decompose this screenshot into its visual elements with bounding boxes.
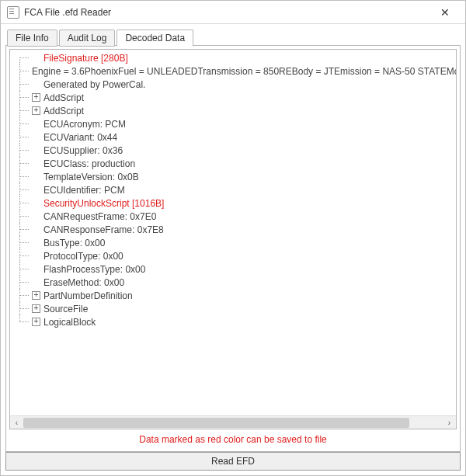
tree-node-label: EraseMethod: 0x00 <box>43 277 124 288</box>
tree-lines <box>15 130 32 144</box>
tree-node[interactable]: FlashProcessType: 0x00 <box>10 262 456 276</box>
tree-node[interactable]: ECUVariant: 0x44 <box>10 130 456 144</box>
tree-lines <box>15 144 32 157</box>
expand-icon[interactable] <box>32 318 40 326</box>
expand-icon[interactable] <box>32 291 40 300</box>
tree-node[interactable]: Engine = 3.6PhoenixFuel = UNLEADEDTransm… <box>10 64 456 78</box>
scroll-left-icon[interactable]: ‹ <box>10 416 23 429</box>
tree-lines <box>15 117 32 130</box>
tree-node-label: FlashProcessType: 0x00 <box>43 264 145 275</box>
horizontal-scrollbar[interactable]: ‹ › <box>10 415 456 429</box>
client-area: File Info Audit Log Decoded Data FileSig… <box>1 24 465 475</box>
tree-node[interactable]: TemplateVersion: 0x0B <box>10 170 456 183</box>
tree-node-label: LogicalBlock <box>43 317 96 328</box>
main-window: FCA File .efd Reader ✕ File Info Audit L… <box>0 0 466 476</box>
tabstrip: File Info Audit Log Decoded Data <box>5 29 461 46</box>
tree-lines <box>15 64 32 78</box>
tree-lines <box>15 157 32 170</box>
tab-file-info[interactable]: File Info <box>7 30 57 47</box>
tree-node[interactable]: ECUAcronym: PCM <box>10 117 456 130</box>
tree-container: FileSignature [280B]Engine = 3.6PhoenixF… <box>9 49 457 429</box>
tab-audit-log[interactable]: Audit Log <box>59 30 116 47</box>
tree-lines <box>15 170 32 183</box>
tree-lines <box>15 51 32 64</box>
tree-node-label: PartNumberDefinition <box>43 290 133 301</box>
tree-node[interactable]: SecurityUnlockScript [1016B] <box>10 196 456 210</box>
decoded-tree[interactable]: FileSignature [280B]Engine = 3.6PhoenixF… <box>10 50 456 415</box>
tree-lines <box>15 210 32 223</box>
tree-node-label: FileSignature [280B] <box>43 53 128 64</box>
tree-node[interactable]: AddScript <box>10 104 456 117</box>
expand-icon[interactable] <box>32 106 40 115</box>
scroll-thumb[interactable] <box>23 418 409 428</box>
window-title: FCA File .efd Reader <box>24 7 429 18</box>
tree-node-label: BusType: 0x00 <box>43 238 105 248</box>
scroll-track[interactable] <box>23 416 443 429</box>
tree-node[interactable]: FileSignature [280B] <box>10 51 456 64</box>
tree-lines <box>15 289 32 302</box>
tree-node-label: ECUClass: production <box>43 158 135 169</box>
tree-node-label: CANResponseFrame: 0x7E8 <box>43 224 164 235</box>
tree-lines <box>15 236 32 249</box>
read-efd-button[interactable]: Read EFD <box>5 452 461 471</box>
tab-decoded-data[interactable]: Decoded Data <box>116 30 193 47</box>
tree-lines <box>15 262 32 276</box>
tree-node-label: ProtocolType: 0x00 <box>43 251 123 262</box>
tab-label: Audit Log <box>68 33 107 43</box>
app-icon <box>7 6 19 19</box>
tree-lines <box>15 196 32 210</box>
tree-node-label: SourceFile <box>43 304 88 314</box>
tree-node-label: TemplateVersion: 0x0B <box>43 172 139 182</box>
tree-lines <box>15 91 32 104</box>
tree-node[interactable]: AddScript <box>10 91 456 104</box>
close-icon[interactable]: ✕ <box>429 1 461 24</box>
tree-node[interactable]: LogicalBlock <box>10 315 456 328</box>
titlebar: FCA File .efd Reader ✕ <box>1 1 465 24</box>
tree-node[interactable]: SourceFile <box>10 302 456 315</box>
expand-icon[interactable] <box>32 93 40 102</box>
tree-lines <box>15 104 32 117</box>
tree-node[interactable]: PartNumberDefinition <box>10 289 456 302</box>
tree-lines <box>15 302 32 315</box>
tree-node[interactable]: EraseMethod: 0x00 <box>10 276 456 289</box>
tree-node-label: Generated by PowerCal. <box>43 79 145 90</box>
tree-node-label: AddScript <box>43 106 84 116</box>
tree-node[interactable]: CANResponseFrame: 0x7E8 <box>10 223 456 236</box>
tabpage-decoded-data: FileSignature [280B]Engine = 3.6PhoenixF… <box>5 45 461 452</box>
tree-node-label: ECUAcronym: PCM <box>43 119 126 130</box>
hint-text: Data marked as red color can be saved to… <box>9 429 457 448</box>
tree-lines <box>15 315 32 328</box>
tree-lines <box>15 276 32 289</box>
tree-node[interactable]: ECUIdentifier: PCM <box>10 183 456 196</box>
expand-icon[interactable] <box>32 304 40 313</box>
scroll-right-icon[interactable]: › <box>443 416 456 429</box>
tab-label: Decoded Data <box>125 33 185 43</box>
tree-node[interactable]: CANRequestFrame: 0x7E0 <box>10 210 456 223</box>
tree-node-label: Engine = 3.6PhoenixFuel = UNLEADEDTransm… <box>32 66 456 77</box>
tab-label: File Info <box>16 33 49 43</box>
tree-lines <box>15 223 32 236</box>
tree-lines <box>15 183 32 196</box>
tree-node[interactable]: ECUClass: production <box>10 157 456 170</box>
tree-lines <box>15 249 32 262</box>
tree-node-label: ECUVariant: 0x44 <box>43 132 117 143</box>
tree-node-label: AddScript <box>43 92 84 103</box>
tree-node-label: CANRequestFrame: 0x7E0 <box>43 211 156 222</box>
tree-lines <box>15 78 32 91</box>
tree-node-label: SecurityUnlockScript [1016B] <box>43 198 164 209</box>
tree-node-label: ECUSupplier: 0x36 <box>43 145 123 156</box>
tree-node-label: ECUIdentifier: PCM <box>43 185 125 196</box>
tree-node[interactable]: Generated by PowerCal. <box>10 78 456 91</box>
read-efd-label: Read EFD <box>211 456 255 467</box>
tree-node[interactable]: ECUSupplier: 0x36 <box>10 144 456 157</box>
tree-node[interactable]: ProtocolType: 0x00 <box>10 249 456 262</box>
tree-node[interactable]: BusType: 0x00 <box>10 236 456 249</box>
